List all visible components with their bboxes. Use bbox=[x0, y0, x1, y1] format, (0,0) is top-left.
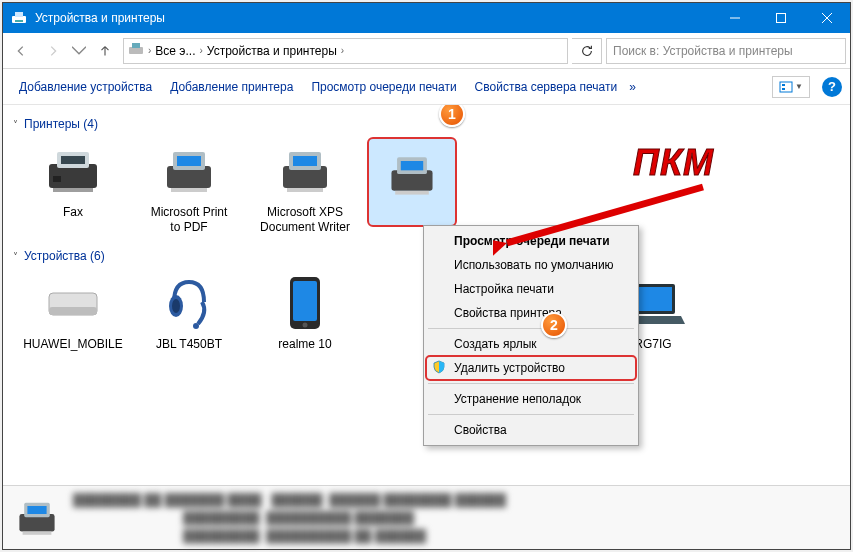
printer-icon bbox=[157, 141, 221, 201]
chevron-icon: › bbox=[341, 45, 344, 56]
view-queue-button[interactable]: Просмотр очереди печати bbox=[303, 74, 464, 100]
help-button[interactable]: ? bbox=[822, 77, 842, 97]
titlebar: Устройства и принтеры bbox=[3, 3, 850, 33]
printer-label: Microsoft XPS Document Writer bbox=[260, 205, 350, 235]
address-bar: › Все э... › Устройства и принтеры › Пои… bbox=[3, 33, 850, 69]
svg-point-32 bbox=[172, 299, 180, 313]
printer-item-xps[interactable]: Microsoft XPS Document Writer bbox=[251, 133, 359, 245]
menu-item-remove-label: Удалить устройство bbox=[454, 361, 565, 375]
devices-printers-icon bbox=[11, 10, 27, 26]
details-text: ████████ ██ ███████ ████ ██████ ██████ █… bbox=[73, 491, 506, 545]
svg-rect-27 bbox=[401, 161, 423, 170]
group-devices-label: Устройства (6) bbox=[24, 249, 105, 263]
svg-rect-19 bbox=[177, 156, 201, 166]
chevron-icon: › bbox=[199, 45, 202, 56]
menu-item-shortcut[interactable]: Создать ярлык bbox=[426, 332, 636, 356]
svg-rect-15 bbox=[53, 188, 93, 192]
chevron-icon: › bbox=[148, 45, 151, 56]
svg-rect-4 bbox=[777, 14, 786, 23]
breadcrumb-root-icon bbox=[128, 41, 144, 60]
printer-icon bbox=[13, 498, 61, 538]
annotation-badge-2: 2 bbox=[541, 312, 567, 338]
breadcrumb[interactable]: › Все э... › Устройства и принтеры › bbox=[123, 38, 568, 64]
svg-rect-38 bbox=[634, 287, 672, 311]
printer-item-fax[interactable]: Fax bbox=[19, 133, 127, 245]
svg-rect-35 bbox=[293, 281, 317, 321]
maximize-button[interactable] bbox=[758, 3, 804, 33]
svg-rect-14 bbox=[61, 156, 85, 164]
details-pane: ████████ ██ ███████ ████ ██████ ██████ █… bbox=[3, 485, 850, 549]
svg-rect-10 bbox=[782, 84, 785, 86]
toolbar-overflow[interactable]: » bbox=[627, 74, 638, 100]
add-device-button[interactable]: Добавление устройства bbox=[11, 74, 160, 100]
search-input[interactable]: Поиск в: Устройства и принтеры bbox=[606, 38, 846, 64]
minimize-button[interactable] bbox=[712, 3, 758, 33]
svg-rect-7 bbox=[129, 47, 143, 54]
fax-icon bbox=[41, 141, 105, 201]
device-label: realme 10 bbox=[278, 337, 331, 352]
refresh-button[interactable] bbox=[572, 38, 602, 64]
window-title: Устройства и принтеры bbox=[35, 11, 712, 25]
explorer-window: Устройства и принтеры › Все э... › Устро… bbox=[2, 2, 851, 550]
device-label: RG7IG bbox=[634, 337, 671, 352]
command-bar: Добавление устройства Добавление принтер… bbox=[3, 69, 850, 105]
add-printer-button[interactable]: Добавление принтера bbox=[162, 74, 301, 100]
svg-point-33 bbox=[193, 323, 199, 329]
breadcrumb-seg-all[interactable]: Все э... bbox=[155, 44, 195, 58]
view-mode-picker[interactable]: ▼ bbox=[772, 76, 810, 98]
nav-back-button[interactable] bbox=[7, 37, 35, 65]
printer-label: Microsoft Print to PDF bbox=[151, 205, 228, 235]
device-item-realme[interactable]: realme 10 bbox=[251, 265, 359, 377]
server-props-button[interactable]: Свойства сервера печати bbox=[467, 74, 626, 100]
menu-item-settings[interactable]: Настройка печати bbox=[426, 277, 636, 301]
nav-up-button[interactable] bbox=[91, 37, 119, 65]
svg-rect-1 bbox=[15, 12, 23, 17]
menu-item-properties[interactable]: Свойства bbox=[426, 418, 636, 442]
search-placeholder: Поиск в: Устройства и принтеры bbox=[613, 44, 793, 58]
device-item-huawei[interactable]: HUAWEI_MOBILE bbox=[19, 265, 127, 377]
group-printers-label: Принтеры (4) bbox=[24, 117, 98, 131]
device-label: HUAWEI_MOBILE bbox=[23, 337, 123, 352]
annotation-arrow bbox=[493, 173, 723, 263]
svg-rect-30 bbox=[49, 307, 97, 315]
storage-icon bbox=[41, 273, 105, 333]
svg-rect-2 bbox=[15, 20, 23, 22]
svg-rect-20 bbox=[171, 188, 207, 192]
svg-rect-16 bbox=[53, 176, 61, 182]
collapse-caret-icon: ˅ bbox=[13, 119, 18, 130]
headset-icon bbox=[157, 273, 221, 333]
printer-icon bbox=[273, 141, 337, 201]
device-label: JBL T450BT bbox=[156, 337, 222, 352]
phone-icon bbox=[273, 273, 337, 333]
svg-rect-42 bbox=[23, 531, 52, 534]
items-view: ˅ Принтеры (4) Fax Microsoft Print to PD… bbox=[3, 105, 850, 485]
printer-icon bbox=[380, 145, 444, 205]
annotation-pkm-label: ПКМ bbox=[633, 142, 714, 184]
svg-rect-28 bbox=[395, 191, 429, 195]
svg-point-36 bbox=[303, 323, 308, 328]
svg-rect-23 bbox=[293, 156, 317, 166]
menu-item-remove[interactable]: Удалить устройство bbox=[426, 356, 636, 380]
device-item-jbl[interactable]: JBL T450BT bbox=[135, 265, 243, 377]
printer-item-selected[interactable] bbox=[367, 137, 457, 227]
menu-item-props[interactable]: Свойства принтера bbox=[426, 301, 636, 325]
svg-rect-9 bbox=[780, 82, 792, 92]
nav-history-dropdown[interactable] bbox=[71, 37, 87, 65]
svg-rect-11 bbox=[782, 88, 785, 90]
nav-forward-button[interactable] bbox=[39, 37, 67, 65]
breadcrumb-seg-devices[interactable]: Устройства и принтеры bbox=[207, 44, 337, 58]
printer-item-pdf[interactable]: Microsoft Print to PDF bbox=[135, 133, 243, 245]
svg-rect-24 bbox=[287, 188, 323, 192]
group-printers[interactable]: ˅ Принтеры (4) bbox=[13, 117, 850, 131]
close-button[interactable] bbox=[804, 3, 850, 33]
shield-icon bbox=[432, 360, 446, 377]
collapse-caret-icon: ˅ bbox=[13, 251, 18, 262]
svg-rect-41 bbox=[27, 506, 46, 514]
menu-item-troubleshoot[interactable]: Устранение неполадок bbox=[426, 387, 636, 411]
printer-label: Fax bbox=[63, 205, 83, 220]
svg-rect-8 bbox=[132, 43, 140, 48]
